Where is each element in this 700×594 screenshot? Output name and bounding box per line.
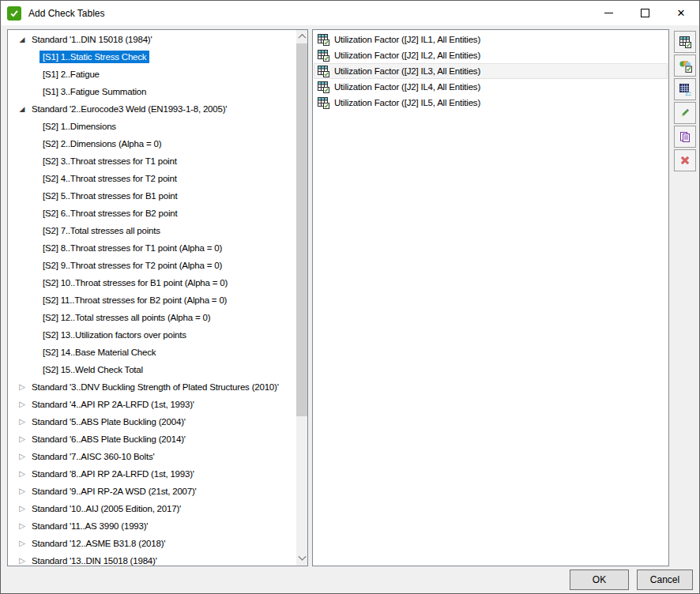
tree-item[interactable]: ▷Standard '11..AS 3990 (1993)'	[8, 517, 296, 535]
close-button[interactable]: ✕	[663, 1, 699, 25]
list-item-label: Utilization Factor ([J2] IL4, All Entiti…	[334, 82, 480, 92]
collapsed-arrow-icon[interactable]: ▷	[17, 535, 28, 552]
tree-item[interactable]: ▷Standard '10..AIJ (2005 Edition, 2017)'	[8, 500, 296, 517]
tree-item[interactable]: [S2] 7..Total stresses all points	[8, 222, 296, 239]
collapsed-arrow-icon[interactable]: ▷	[17, 430, 28, 448]
green-check-app-icon	[7, 6, 21, 21]
tree-item[interactable]: ▷Standard '3..DNV Buckling Strength of P…	[8, 378, 296, 396]
tree-item[interactable]: ▷Standard '4..API RP 2A-LRFD (1st, 1993)…	[8, 396, 296, 413]
add-check-tables-dialog: Add Check Tables ✕ ◢Standard '1..DIN 150…	[0, 0, 700, 594]
collapsed-arrow-icon[interactable]: ▷	[17, 500, 28, 517]
tree-item[interactable]: [S2] 1..Dimensions	[8, 118, 296, 135]
tree-item-label: Standard '5..ABS Plate Buckling (2004)'	[28, 415, 189, 428]
list-item-label: Utilization Factor ([J2] IL1, All Entiti…	[334, 35, 480, 44]
tree-item[interactable]: ▷Standard '9..API RP-2A WSD (21st, 2007)…	[8, 483, 296, 500]
table-check-icon	[317, 49, 329, 62]
tree-item[interactable]: [S2] 2..Dimensions (Alpha = 0)	[8, 135, 296, 152]
tree-item[interactable]: [S2] 3..Throat stresses for T1 point	[8, 152, 296, 170]
tree-scrollbar[interactable]	[296, 30, 307, 566]
shapes-check-icon	[679, 59, 692, 73]
add-table-button[interactable]	[674, 31, 696, 53]
collapsed-arrow-icon[interactable]: ▷	[17, 448, 28, 465]
edit-table-button[interactable]	[674, 102, 696, 124]
tree-item[interactable]: [S2] 10..Throat stresses for B1 point (A…	[8, 274, 296, 291]
scroll-down-button[interactable]	[296, 552, 307, 566]
tree-item[interactable]: [S2] 11..Throat stresses for B2 point (A…	[8, 291, 296, 309]
minimize-button[interactable]	[590, 1, 627, 25]
collapsed-arrow-icon[interactable]: ▷	[17, 465, 28, 483]
tree-item-label: [S2] 3..Throat stresses for T1 point	[40, 155, 180, 167]
table-check-icon	[679, 36, 691, 48]
expanded-arrow-icon[interactable]: ◢	[17, 100, 28, 118]
standards-tree-panel: ◢Standard '1..DIN 15018 (1984)'[S1] 1..S…	[7, 29, 308, 566]
tree-item[interactable]: [S2] 14..Base Material Check	[8, 344, 296, 361]
tree-item[interactable]: ◢Standard '2..Eurocode3 Weld (EN1993-1-8…	[8, 100, 296, 118]
collapsed-arrow-icon[interactable]: ▷	[17, 396, 28, 413]
maximize-icon	[641, 9, 649, 17]
window-title: Add Check Tables	[28, 8, 105, 19]
tree-item[interactable]: [S2] 12..Total stresses all points (Alph…	[8, 309, 296, 326]
tree-item-label: Standard '1..DIN 15018 (1984)'	[28, 33, 155, 46]
tree-item[interactable]: [S2] 6..Throat stresses for B2 point	[8, 205, 296, 222]
tree-item-label: Standard '10..AIJ (2005 Edition, 2017)'	[28, 502, 184, 515]
cancel-button[interactable]: Cancel	[637, 570, 693, 590]
tree-item[interactable]: ▷Standard '7..AISC 360-10 Bolts'	[8, 448, 296, 465]
expanded-arrow-icon[interactable]: ◢	[17, 31, 28, 48]
collapsed-arrow-icon[interactable]: ▷	[17, 552, 28, 566]
maximize-button[interactable]	[627, 1, 663, 25]
tree-item-label: [S2] 2..Dimensions (Alpha = 0)	[40, 137, 164, 150]
collapsed-arrow-icon[interactable]: ▷	[17, 413, 28, 430]
collapsed-arrow-icon[interactable]: ▷	[17, 517, 28, 535]
pencil-icon	[679, 107, 691, 119]
tree-item[interactable]: [S1] 2..Fatigue	[8, 66, 296, 83]
tree-item[interactable]: ▷Standard '12..ASME B31.8 (2018)'	[8, 535, 296, 552]
tree-item-label: Standard '6..ABS Plate Buckling (2014)'	[28, 433, 189, 446]
window-controls: ✕	[590, 1, 699, 25]
red-x-icon	[679, 154, 691, 167]
tree-item[interactable]: ▷Standard '6..ABS Plate Buckling (2014)'	[8, 430, 296, 448]
tree-item-label: Standard '3..DNV Buckling Strength of Pl…	[28, 381, 282, 393]
scrollbar-thumb[interactable]	[296, 43, 307, 416]
add-special-tables-button[interactable]	[674, 55, 696, 77]
tree-item[interactable]: [S2] 8..Throat stresses for T1 point (Al…	[8, 239, 296, 257]
list-item[interactable]: Utilization Factor ([J2] IL5, All Entiti…	[314, 95, 668, 111]
collapsed-arrow-icon[interactable]: ▷	[17, 483, 28, 500]
tree-item-label: [S2] 8..Throat stresses for T1 point (Al…	[40, 242, 225, 254]
tree-item-label: [S2] 9..Throat stresses for T2 point (Al…	[40, 259, 225, 272]
chevron-up-icon	[298, 34, 306, 42]
list-item[interactable]: Utilization Factor ([J2] IL4, All Entiti…	[314, 79, 668, 95]
table-check-icon	[317, 33, 329, 46]
tree-item[interactable]: [S2] 13..Utilization factors over points	[8, 326, 296, 344]
copy-table-button[interactable]	[674, 126, 696, 148]
tree-item-label: [S2] 6..Throat stresses for B2 point	[40, 207, 181, 220]
tree-item[interactable]: [S1] 3..Fatigue Summation	[8, 83, 296, 100]
tree-item-label: [S1] 3..Fatigue Summation	[40, 85, 149, 98]
tree-item-label: [S2] 13..Utilization factors over points	[40, 329, 190, 341]
tree-item-label: [S1] 2..Fatigue	[40, 68, 103, 81]
titlebar: Add Check Tables ✕	[1, 1, 699, 25]
tree-item-label: Standard '11..AS 3990 (1993)'	[28, 520, 151, 532]
tree-item[interactable]: ▷Standard '5..ABS Plate Buckling (2004)'	[8, 413, 296, 430]
list-item-label: Utilization Factor ([J2] IL3, All Entiti…	[334, 66, 480, 76]
tree-item[interactable]: [S1] 1..Static Stress Check	[8, 48, 296, 66]
tree-item[interactable]: [S2] 4..Throat stresses for T2 point	[8, 170, 296, 187]
tree-item[interactable]: [S2] 5..Throat stresses for B1 point	[8, 187, 296, 205]
list-item[interactable]: Utilization Factor ([J2] IL3, All Entiti…	[314, 63, 668, 79]
tree-item[interactable]: [S2] 15..Weld Check Total	[8, 361, 296, 378]
tree-item-label: Standard '12..ASME B31.8 (2018)'	[28, 537, 168, 550]
collapsed-arrow-icon[interactable]: ▷	[17, 378, 28, 396]
ok-button[interactable]: OK	[570, 570, 629, 590]
scroll-up-button[interactable]	[296, 30, 307, 43]
list-item[interactable]: Utilization Factor ([J2] IL1, All Entiti…	[314, 32, 668, 47]
tree-item-label: [S2] 14..Base Material Check	[40, 346, 159, 359]
tree-item[interactable]: [S2] 9..Throat stresses for T2 point (Al…	[8, 257, 296, 274]
tree-item[interactable]: ◢Standard '1..DIN 15018 (1984)'	[8, 31, 296, 48]
add-envelope-table-button[interactable]	[674, 78, 696, 100]
tree-item-label: [S2] 1..Dimensions	[40, 120, 119, 133]
tree-item-label: Standard '13..DIN 15018 (1984)'	[28, 555, 160, 566]
tree-item[interactable]: ▷Standard '13..DIN 15018 (1984)'	[8, 552, 296, 566]
delete-table-button[interactable]	[674, 149, 696, 171]
list-item[interactable]: Utilization Factor ([J2] IL2, All Entiti…	[314, 47, 668, 63]
dark-table-arc-icon	[679, 83, 692, 96]
tree-item[interactable]: ▷Standard '8..API RP 2A-LRFD (1st, 1993)…	[8, 465, 296, 483]
